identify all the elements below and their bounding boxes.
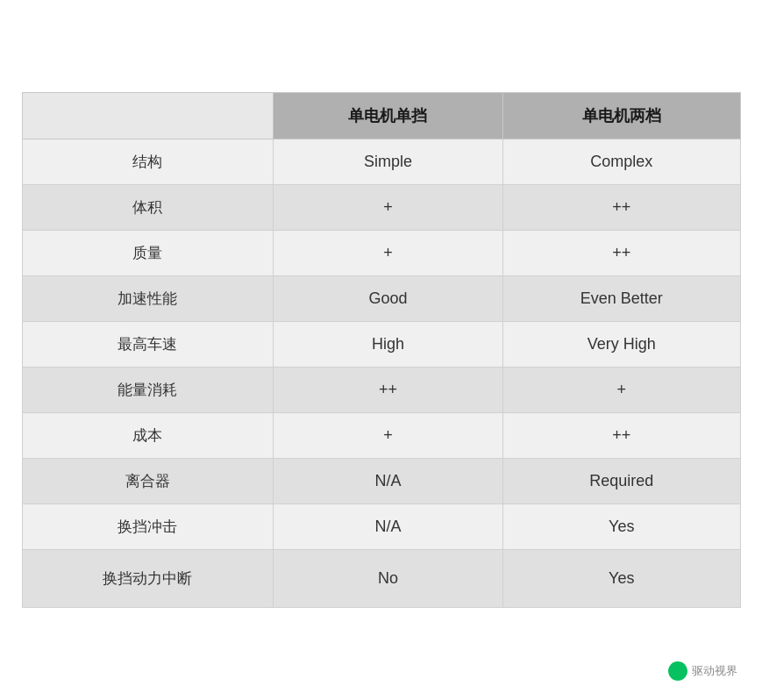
table-row: 最高车速HighVery High [22,322,740,368]
table-header-row: 单电机单挡 单电机两档 [22,93,740,139]
row-label: 能量消耗 [22,368,273,413]
row-col1: No [273,550,502,608]
row-label: 加速性能 [22,276,273,322]
row-col2: + [503,368,740,413]
table-row: 结构SimpleComplex [22,139,740,185]
comparison-table: 单电机单挡 单电机两档 结构SimpleComplex体积+++质量+++加速性… [22,92,741,608]
row-col2: Very High [503,322,740,368]
col-header-label [22,93,273,139]
row-col2: ++ [503,231,740,276]
row-col1: Simple [273,139,502,185]
table-row: 加速性能GoodEven Better [22,276,740,322]
page-container: 单电机单挡 单电机两档 结构SimpleComplex体积+++质量+++加速性… [0,0,762,700]
row-col2: ++ [503,413,740,459]
row-col2: Even Better [503,276,740,322]
row-col2: Yes [503,550,740,608]
row-label: 换挡动力中断 [22,550,273,608]
table-row: 体积+++ [22,185,740,231]
watermark: 驱动视界 [668,661,737,681]
row-col1: + [273,413,502,459]
row-col2: Complex [503,139,740,185]
row-col2: ++ [503,185,740,231]
col-header-two-gear: 单电机两档 [503,93,740,139]
table-row: 成本+++ [22,413,740,459]
row-col2: Yes [503,504,740,550]
row-label: 换挡冲击 [22,504,273,550]
row-label: 结构 [22,139,273,185]
row-label: 离合器 [22,459,273,504]
table-row: 能量消耗+++ [22,368,740,413]
row-col1: Good [273,276,502,322]
table-row: 换挡冲击N/AYes [22,504,740,550]
row-col1: N/A [273,504,502,550]
table-row: 换挡动力中断NoYes [22,550,740,608]
col-header-single-gear: 单电机单挡 [273,93,502,139]
row-label: 成本 [22,413,273,459]
watermark-icon [668,661,687,681]
row-label: 体积 [22,185,273,231]
row-col2: Required [503,459,740,504]
row-col1: N/A [273,459,502,504]
table-row: 质量+++ [22,231,740,276]
row-label: 最高车速 [22,322,273,368]
row-col1: High [273,322,502,368]
row-label: 质量 [22,231,273,276]
row-col1: + [273,231,502,276]
table-row: 离合器N/ARequired [22,459,740,504]
watermark-text: 驱动视界 [692,663,737,679]
row-col1: + [273,185,502,231]
row-col1: ++ [273,368,502,413]
